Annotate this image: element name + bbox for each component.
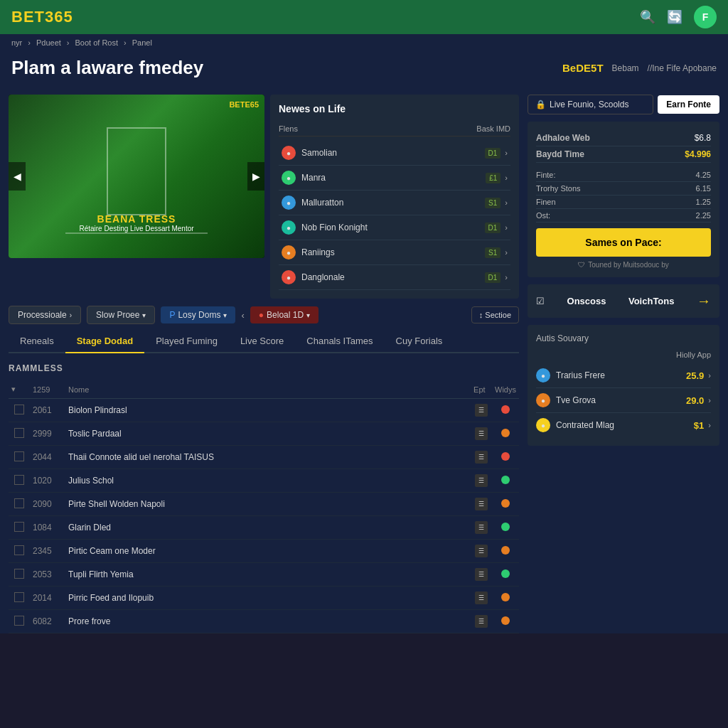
news-item-label: Malluratton [301,198,343,208]
trust-label: 🛡 Touned by Muitsodouc by [536,261,711,269]
table-row[interactable]: 2061 Biolon Plindrasl ☰ [9,399,519,422]
row-id: 2345 [30,540,65,563]
table-row[interactable]: 2999 Toslic Pardaal ☰ [9,422,519,446]
row-checkbox[interactable] [9,469,30,493]
table-row[interactable]: 2345 Pirtic Ceam one Moder ☰ [9,540,519,563]
row-checkbox[interactable] [9,540,30,563]
row-checkbox[interactable] [9,446,30,469]
row-checkbox[interactable] [9,610,30,633]
avatar[interactable]: F [694,6,717,28]
shield-icon: 🛡 [578,261,585,269]
news-item[interactable]: ● Samolian D1 › [279,141,510,166]
news-chevron-icon: › [505,149,508,157]
video-background [9,95,264,258]
news-item[interactable]: ● Raniings S1 › [279,240,510,265]
cta-button[interactable]: Sames on Pace: [536,228,711,257]
notif-label-1: Onscoss [567,296,606,306]
breadcrumb-item-4[interactable]: Panel [132,38,152,47]
autis-header-label: Hiolly App [676,350,711,359]
autis-item[interactable]: ● Contrated Mlag $1 › [536,413,711,437]
news-badge: D1 [485,148,501,159]
table-row[interactable]: 6082 Prore frove ☰ [9,610,519,633]
processionale-button[interactable]: Processioale › [9,306,81,324]
table-row[interactable]: 2014 Pirric Foed and Ilopuib ☰ [9,587,519,610]
news-item-label: Raniings [301,247,335,257]
row-ept: ☰ [471,446,492,469]
news-col2-header: Bask IMD [476,124,510,133]
row-ept: ☰ [471,587,492,610]
row-status [492,516,519,540]
table-section-label: RAMMLESS [9,359,519,378]
row-name: Prore frove [65,610,471,633]
news-item-icon: ● [282,146,296,160]
page-title-bar: Plam a laware fmedey BeDE5T Bebam //Ine … [0,51,728,87]
search-icon[interactable]: 🔍 [640,9,655,25]
table-row[interactable]: 1020 Julius Schol ☰ [9,469,519,493]
tab-chanals-itames[interactable]: Chanals ITames [295,330,384,353]
stat-value-2: $4.996 [685,149,711,159]
tab-cuy-forials[interactable]: Cuy Forials [385,330,454,353]
losy-doms-button[interactable]: P Losy Doms ▾ [161,306,235,323]
autis-item-icon: ● [536,418,550,432]
row-checkbox[interactable] [9,493,30,516]
tab-played-fuming[interactable]: Played Fuming [144,330,229,353]
row-checkbox[interactable] [9,422,30,446]
news-badge: S1 [485,247,500,258]
autis-item-value: $1 [694,420,704,431]
row-checkbox[interactable] [9,587,30,610]
video-prev-button[interactable]: ◀ [9,162,26,191]
earn-button[interactable]: Earn Fonte [658,95,719,114]
page-link-2[interactable]: //Ine Fife Apobane [648,63,717,73]
autis-item[interactable]: ● Trarius Frere 25.9 › [536,363,711,388]
tab-stage-dodad[interactable]: Stage Dodad [65,330,144,353]
sidebar-notifications[interactable]: ☑ Onscoss VoichTons → [528,284,719,318]
right-sidebar: 🔒 Live Founio, Scoolds Earn Fonte Adhalo… [528,95,719,633]
autis-item-label: Tve Grova [556,395,596,405]
live-button[interactable]: 🔒 Live Founio, Scoolds [528,95,653,114]
table-row[interactable]: 2044 Thaii Connote alid uel nerohal TAIS… [9,446,519,469]
news-chevron-icon: › [505,223,508,232]
col-header-name: Nome [65,380,471,399]
row-name: Tupli Flirth Yemia [65,563,471,587]
stat-sub-label: Finen [536,198,556,206]
news-item[interactable]: ● Danglonale D1 › [279,265,510,290]
refresh-icon[interactable]: 🔄 [667,9,682,25]
breadcrumb-item-1[interactable]: nyr [11,38,22,47]
nav-prev-icon[interactable]: ‹ [241,310,244,321]
beloal-button[interactable]: ● Beloal 1D ▾ [250,306,318,323]
slow-proee-button[interactable]: Slow Proee ▾ [87,306,155,324]
sidebar-autis: Autis Souvary Hiolly App ● Trarius Frere… [528,325,719,446]
autis-item[interactable]: ● Tve Grova 29.0 › [536,388,711,413]
row-id: 2061 [30,399,65,422]
tabs-bar: RenealsStage DodadPlayed FumingLive Scor… [9,330,519,353]
tab-live-score[interactable]: Live Score [229,330,295,353]
video-next-button[interactable]: ▶ [247,162,264,191]
news-item[interactable]: ● Malluratton S1 › [279,191,510,215]
notif-arrow-icon[interactable]: → [697,293,711,309]
tab-reneals[interactable]: Reneals [9,330,65,353]
page-title: Plam a laware fmedey [11,57,203,79]
sort-button[interactable]: ↕ Sectioe [471,306,519,323]
breadcrumb-item-3[interactable]: Boot of Rost [75,38,119,47]
table-row[interactable]: 2090 Pirte Shell Wolden Napoli ☰ [9,493,519,516]
row-name: Pirte Shell Wolden Napoli [65,493,471,516]
news-item[interactable]: ● Manra £1 › [279,166,510,191]
row-ept: ☰ [471,469,492,493]
breadcrumb-item-2[interactable]: Pdueet [36,38,61,47]
news-item-icon: ● [282,171,296,185]
row-checkbox[interactable] [9,563,30,587]
row-checkbox[interactable] [9,399,30,422]
page-link-1[interactable]: Bebam [612,63,639,73]
check-icon: ☑ [536,296,545,306]
row-status [492,422,519,446]
logo[interactable]: BET365 [11,8,73,26]
row-id: 2999 [30,422,65,446]
table-row[interactable]: 2053 Tupli Flirth Yemia ☰ [9,563,519,587]
row-ept: ☰ [471,493,492,516]
row-name: Pirtic Ceam one Moder [65,540,471,563]
news-item[interactable]: ● Nob Fion Konight D1 › [279,215,510,240]
autis-item-label: Trarius Frere [556,370,605,380]
autis-chevron-icon: › [708,396,711,405]
table-row[interactable]: 1084 Glarin Dled ☰ [9,516,519,540]
row-checkbox[interactable] [9,516,30,540]
